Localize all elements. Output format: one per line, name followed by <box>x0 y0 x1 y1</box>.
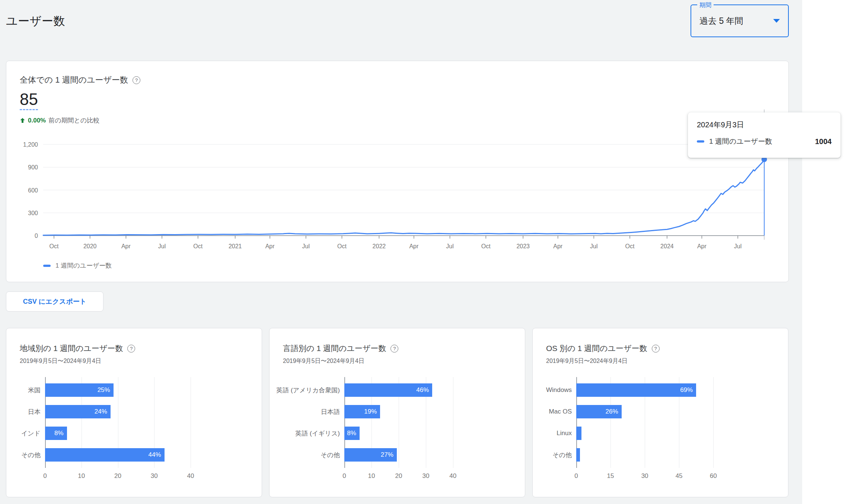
bar-value-label: 25% <box>98 386 114 394</box>
os-bar-chart: WindowsMac OSLinuxその他01530456069%26% <box>546 379 788 466</box>
help-icon[interactable]: ? <box>390 345 398 353</box>
x-axis-label: 2021 <box>229 243 242 249</box>
category-label: インド <box>20 422 45 444</box>
tooltip-value: 1004 <box>815 137 832 146</box>
category-label: 日本語 <box>283 401 344 422</box>
category-label: Mac OS <box>546 401 576 422</box>
bar-value-label: 46% <box>416 386 432 394</box>
weekly-users-card: 全体での 1 週間のユーザー数 ? 85 0.00% 前の期間との比較 0300… <box>6 61 789 282</box>
language-card-title: 言語別の 1 週間のユーザー数 <box>283 343 386 354</box>
x-axis-label: 30 <box>151 472 158 480</box>
bar[interactable]: 44% <box>45 448 165 462</box>
os-card-daterange: 2019年9月5日〜2024年9月4日 <box>546 357 788 365</box>
category-label: その他 <box>283 444 344 466</box>
language-breakdown-card: 言語別の 1 週間のユーザー数 ? 2019年9月5日〜2024年9月4日 英語… <box>269 328 525 497</box>
period-select-value: 過去 5 年間 <box>699 15 743 27</box>
bar[interactable]: 46% <box>344 383 432 397</box>
x-axis-label: Apr <box>409 243 419 249</box>
region-bar-chart: 米国日本インドその他01020304025%24%8%44% <box>20 379 262 466</box>
x-axis-label: Oct <box>193 243 203 249</box>
help-icon[interactable]: ? <box>127 345 135 353</box>
region-card-title: 地域別の 1 週間のユーザー数 <box>20 343 123 354</box>
y-axis-label: 900 <box>28 164 38 170</box>
x-axis-label: 20 <box>395 472 402 480</box>
legend-dash-icon <box>43 265 51 267</box>
page: ユーザー数 期間 過去 5 年間 全体での 1 週間のユーザー数 ? 85 0.… <box>0 0 845 504</box>
x-axis-label: Oct <box>625 243 635 249</box>
bar[interactable]: 27% <box>344 448 397 462</box>
x-axis-label: Apr <box>121 243 131 249</box>
x-axis-label: 0 <box>574 472 578 480</box>
x-axis-label: Jul <box>590 243 597 249</box>
x-axis-label: Oct <box>481 243 491 249</box>
x-axis-label: 60 <box>710 472 717 480</box>
gridline <box>713 377 714 468</box>
bar-value-label: 69% <box>680 386 696 394</box>
y-axis-label: 1,200 <box>23 141 38 148</box>
x-axis-label: 20 <box>114 472 121 480</box>
y-axis-label: 600 <box>28 187 38 194</box>
category-label: 英語 (イギリス) <box>283 422 344 444</box>
y-axis-label: 300 <box>28 210 38 216</box>
bar-value-label: 19% <box>364 408 380 415</box>
x-axis-label: 15 <box>607 472 614 480</box>
bar[interactable]: 24% <box>45 405 111 418</box>
bar-value-label: 8% <box>347 430 360 437</box>
category-labels: 英語 (アメリカ合衆国)日本語英語 (イギリス)その他 <box>283 379 344 466</box>
language-bar-chart: 英語 (アメリカ合衆国)日本語英語 (イギリス)その他01020304046%1… <box>283 379 525 466</box>
gridline <box>191 377 191 468</box>
tooltip-series-dash-icon <box>697 140 704 143</box>
chart-legend: 1 週間のユーザー数 <box>43 261 112 270</box>
category-label: その他 <box>546 444 576 466</box>
bar[interactable]: 8% <box>45 427 67 440</box>
bar[interactable] <box>576 448 580 462</box>
x-axis-label: 0 <box>43 472 47 480</box>
weekly-users-line-chart[interactable]: 03006009001,200Oct2020AprJulOct2021AprJu… <box>6 61 788 282</box>
x-axis-label: Oct <box>50 243 59 249</box>
export-csv-button[interactable]: CSV にエクスポート <box>6 291 103 312</box>
x-axis-label: 10 <box>368 472 375 480</box>
x-axis-label: 30 <box>422 472 429 480</box>
category-label: 日本 <box>20 401 45 422</box>
os-breakdown-card: OS 別の 1 週間のユーザー数 ? 2019年9月5日〜2024年9月4日 W… <box>532 328 788 497</box>
header: ユーザー数 期間 過去 5 年間 <box>0 0 802 61</box>
x-axis-label: Apr <box>265 243 275 249</box>
bar[interactable] <box>576 427 581 440</box>
bar[interactable]: 25% <box>45 383 114 397</box>
category-label: Windows <box>546 379 576 401</box>
category-label: 米国 <box>20 379 45 401</box>
bar-value-label: 44% <box>148 451 164 459</box>
bar[interactable]: 26% <box>576 405 622 418</box>
category-labels: WindowsMac OSLinuxその他 <box>546 379 576 466</box>
bar-plot-area: 01020304025%24%8%44% <box>45 379 205 466</box>
x-axis-label: Jul <box>302 243 310 249</box>
region-breakdown-card: 地域別の 1 週間のユーザー数 ? 2019年9月5日〜2024年9月4日 米国… <box>6 328 262 497</box>
x-axis-label: 2020 <box>83 243 97 249</box>
tooltip-series-label: 1 週間のユーザー数 <box>709 137 810 146</box>
x-axis-label: Jul <box>158 243 166 249</box>
bar-plot-area: 01530456069%26% <box>576 379 727 466</box>
os-card-title: OS 別の 1 週間のユーザー数 <box>546 343 647 354</box>
x-axis-label: Apr <box>553 243 563 249</box>
bar[interactable]: 8% <box>344 427 360 440</box>
x-axis-label: 10 <box>78 472 85 480</box>
period-select[interactable]: 期間 過去 5 年間 <box>691 4 789 37</box>
period-select-label: 期間 <box>697 1 714 9</box>
gridline <box>453 377 453 468</box>
x-axis-label: Jul <box>734 243 742 249</box>
bar[interactable]: 69% <box>576 383 696 397</box>
x-axis-label: 30 <box>641 472 648 480</box>
x-axis-label: 0 <box>342 472 346 480</box>
x-axis-label: 40 <box>449 472 456 480</box>
help-icon[interactable]: ? <box>652 345 660 353</box>
x-axis-label: Apr <box>697 243 707 249</box>
page-title: ユーザー数 <box>6 13 65 29</box>
breakdown-cards-row: 地域別の 1 週間のユーザー数 ? 2019年9月5日〜2024年9月4日 米国… <box>6 328 802 497</box>
x-axis-label: 2022 <box>373 243 386 249</box>
bar[interactable]: 19% <box>344 405 380 418</box>
category-label: その他 <box>20 444 45 466</box>
category-labels: 米国日本インドその他 <box>20 379 45 466</box>
bar-plot-area: 01020304046%19%8%27% <box>344 379 464 466</box>
x-axis-label: Jul <box>446 243 453 249</box>
bar-value-label: 8% <box>54 430 67 437</box>
